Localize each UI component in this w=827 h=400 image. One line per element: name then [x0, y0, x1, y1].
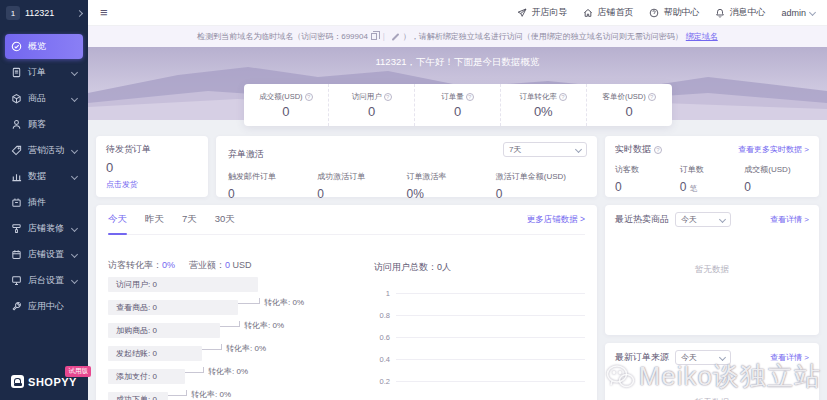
tab-yesterday[interactable]: 昨天 — [145, 205, 164, 235]
realtime-data-card: 实时数据 ? 查看更多实时数据 > 访客数 0 订单数 0 笔 成交额(USD)… — [605, 136, 819, 197]
today-stats-card: 成交额(USD)? 0 访问用户? 0 订单量? 0 订单转化率? 0% 客单价… — [244, 84, 672, 126]
store-design-icon — [11, 223, 22, 234]
bind-domain-link[interactable]: 绑定域名 — [686, 31, 718, 42]
sidebar: 1 112321 概览 订单 商品 顾客 — [0, 0, 88, 400]
chevron-down-icon — [71, 251, 78, 258]
plugins-icon — [11, 197, 22, 208]
hamburger-icon[interactable]: ≡ — [100, 6, 108, 19]
visitors-line-chart: 访问用户总数：0人 1 0.8 0.6 0.4 0.2 0 — [374, 261, 585, 400]
info-icon[interactable]: ? — [648, 93, 656, 101]
info-icon[interactable]: ? — [384, 93, 392, 101]
greeting-text: 112321，下午好！下面是今日数据概览 — [88, 56, 827, 69]
view-details-link[interactable]: 查看详情 > — [770, 214, 809, 225]
store-switcher[interactable]: 1 112321 — [0, 0, 88, 26]
help-icon — [649, 8, 659, 18]
range-select[interactable]: 今天 — [675, 212, 731, 227]
chevron-down-icon — [71, 95, 78, 102]
chevron-down-icon — [71, 225, 78, 232]
metric-activated-orders: 成功激活订单 0 — [317, 171, 406, 201]
card-title: 最新订单来源 — [615, 351, 669, 364]
funnel-row: 发起结账: 0 转化率: 0% — [108, 346, 358, 369]
shopyy-logo-icon — [11, 375, 24, 388]
funnel-bar: 查看商品: 0 — [108, 300, 238, 315]
edit-icon[interactable] — [391, 33, 399, 41]
store-name: 112321 — [25, 8, 72, 18]
funnel-bar: 访问用户: 0 — [108, 277, 258, 292]
user-menu[interactable]: admin — [781, 8, 815, 18]
app-center-icon — [11, 301, 22, 312]
copy-icon[interactable] — [371, 33, 377, 40]
top-bar: ≡ 开店向导 店铺首页 帮助中心 消息中心 admin — [88, 0, 827, 26]
view-details-link[interactable]: 查看详情 > — [770, 352, 809, 363]
sidebar-item-label: 应用中心 — [28, 300, 77, 313]
card-title: 最近热卖商品 — [615, 213, 669, 226]
sidebar-item-label: 订单 — [28, 66, 66, 79]
y-tick: 0.2 — [374, 377, 396, 386]
range-tabs: 今天 昨天 7天 30天 更多店铺数据 > — [108, 205, 585, 235]
help-center-link[interactable]: 帮助中心 — [649, 6, 699, 19]
card-title: 实时数据 — [615, 143, 651, 156]
empty-state: 暂无数据 — [605, 264, 819, 276]
trial-badge: 试用版 — [65, 366, 91, 377]
sidebar-item-overview[interactable]: 概览 — [5, 34, 83, 59]
sidebar-item-label: 营销活动 — [28, 144, 66, 157]
pending-value: 0 — [106, 160, 198, 175]
send-icon — [517, 8, 527, 18]
chevron-down-icon — [71, 277, 78, 284]
sidebar-item-orders[interactable]: 订单 — [5, 60, 83, 85]
funnel-row: 添加支付: 0 转化率: 0% — [108, 369, 358, 392]
range-select[interactable]: 今天 — [675, 350, 731, 365]
chart-title: 访问用户总数：0人 — [374, 261, 585, 274]
ship-now-link[interactable]: 点击发货 — [106, 179, 198, 190]
y-tick: 0.6 — [374, 333, 396, 342]
chevron-down-icon — [809, 9, 816, 16]
chevron-down-icon — [719, 354, 726, 361]
sidebar-item-marketing[interactable]: 营销活动 — [5, 138, 83, 163]
info-icon[interactable]: ? — [654, 146, 662, 154]
sidebar-item-label: 数据 — [28, 170, 66, 183]
tab-7days[interactable]: 7天 — [182, 205, 197, 235]
sidebar-item-data[interactable]: 数据 — [5, 164, 83, 189]
store-homepage-link[interactable]: 店铺首页 — [583, 6, 633, 19]
realtime-more-link[interactable]: 查看更多实时数据 > — [738, 144, 809, 155]
store-badge: 1 — [6, 6, 20, 20]
sidebar-item-products[interactable]: 商品 — [5, 86, 83, 111]
user-name: admin — [781, 8, 806, 18]
sidebar-item-store-design[interactable]: 店铺装修 — [5, 216, 83, 241]
store-wizard-link[interactable]: 开店向导 — [517, 6, 567, 19]
brand-footer: SHOPYY 试用版 — [0, 374, 88, 392]
funnel-bar: 发起结账: 0 — [108, 346, 202, 361]
data-icon — [11, 171, 22, 182]
info-icon[interactable]: ? — [466, 93, 474, 101]
store-data-card: 今天 昨天 7天 30天 更多店铺数据 > 访客转化率：0% 营业额：0 USD… — [96, 205, 597, 400]
metric-gmv: 成交额(USD) 0 — [744, 164, 809, 194]
tab-today[interactable]: 今天 — [108, 205, 127, 235]
sidebar-item-app-center[interactable]: 应用中心 — [5, 294, 83, 319]
sidebar-item-customers[interactable]: 顾客 — [5, 112, 83, 137]
tab-30days[interactable]: 30天 — [215, 205, 235, 235]
y-tick: 0.4 — [374, 355, 396, 364]
sidebar-item-label: 顾客 — [28, 118, 77, 131]
card-title: 待发货订单 — [106, 143, 198, 156]
card-title: 弃单激活 — [228, 149, 264, 159]
funnel-row: 成功下单: 0 — [108, 392, 358, 400]
funnel-row: 查看商品: 0 转化率: 0% — [108, 300, 358, 323]
sidebar-item-plugins[interactable]: 插件 — [5, 190, 83, 215]
funnel-row: 访问用户: 0 转化率: 0% — [108, 277, 358, 300]
sidebar-item-admin-settings[interactable]: 后台设置 — [5, 268, 83, 293]
info-icon[interactable]: ? — [559, 93, 567, 101]
home-icon — [583, 8, 593, 18]
message-center-link[interactable]: 消息中心 — [715, 6, 765, 19]
range-select[interactable]: 7天 — [503, 142, 587, 157]
store-settings-icon — [11, 249, 22, 260]
funnel-row: 加购商品: 0 转化率: 0% — [108, 323, 358, 346]
info-icon[interactable]: ? — [305, 93, 313, 101]
more-store-data-link[interactable]: 更多店铺数据 > — [527, 214, 585, 226]
sidebar-item-label: 后台设置 — [28, 274, 66, 287]
notice-text-after: ），请解析绑定独立域名进行访问（使用绑定的独立域名访问则无需访问密码） — [403, 31, 683, 42]
metric-order-count: 订单数 0 笔 — [680, 164, 745, 194]
sidebar-item-store-settings[interactable]: 店铺设置 — [5, 242, 83, 267]
sidebar-item-label: 插件 — [28, 196, 77, 209]
pending-shipment-card: 待发货订单 0 点击发货 — [96, 136, 208, 197]
notice-separator: ｜ — [380, 31, 388, 42]
